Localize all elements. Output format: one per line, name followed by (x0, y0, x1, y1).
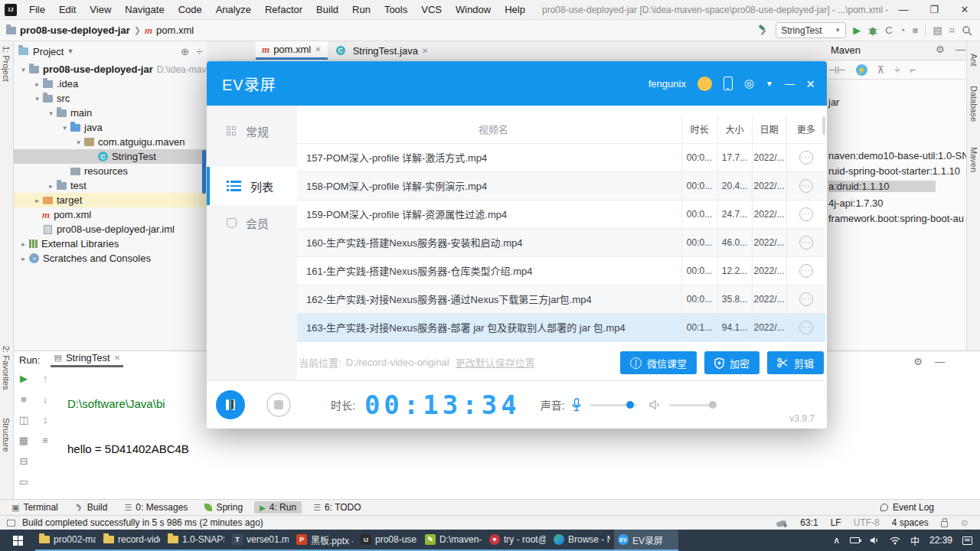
line-separator[interactable]: LF (831, 517, 841, 528)
ev-username[interactable]: fengunix (648, 78, 686, 90)
dump-threads-icon[interactable]: ◫ (17, 414, 31, 425)
ev-minimize-icon[interactable]: — (785, 78, 795, 90)
maven-hide-icon[interactable]: — (956, 44, 965, 55)
tool-tab-maven[interactable]: Maven (969, 147, 978, 172)
tool-tab-favorites[interactable]: 2: Favorites (2, 346, 11, 390)
menu-build[interactable]: Build (310, 2, 345, 17)
more-actions-icon[interactable]: ··· (799, 207, 813, 221)
speaker-volume-slider[interactable] (669, 404, 717, 406)
maven-dependency[interactable]: framework.boot:spring-boot-au (828, 213, 964, 224)
settings-icon[interactable]: ▦ (17, 435, 31, 446)
stop-process-icon[interactable]: ■ (17, 393, 31, 405)
taskbar-item-browser[interactable]: Browse - N... (550, 530, 614, 551)
attach-debugger-icon[interactable]: ▤ (933, 24, 942, 36)
tree-item-package[interactable]: ▾com.atguigu.maven (14, 135, 207, 149)
soft-wrap-icon[interactable]: ↕ (38, 414, 52, 425)
wechat-class-button[interactable]: ʃ微信课堂 (620, 351, 697, 374)
readonly-lock-icon[interactable] (941, 521, 948, 527)
menu-navigate[interactable]: Navigate (119, 2, 170, 17)
stop-button[interactable] (266, 393, 291, 417)
maven-execute-icon[interactable]: ⚡ (856, 64, 867, 76)
avatar[interactable] (697, 77, 712, 91)
minimize-button[interactable]: — (888, 0, 919, 19)
menu-tools[interactable]: Tools (378, 2, 413, 17)
breadcrumb-file[interactable]: pom.xml (156, 24, 194, 36)
tree-item-root[interactable]: ▾pro08-use-deployed-jarD:\idea-mave (14, 62, 207, 77)
toolwindow-messages[interactable]: ☰0: Messages (119, 501, 193, 514)
more-actions-icon[interactable]: ··· (799, 236, 813, 249)
maven-dependency[interactable]: 4j-api:1.7.30 (828, 197, 884, 209)
tab-pom-xml[interactable]: mpom.xml✕ (256, 41, 328, 60)
build-hammer-icon[interactable] (757, 24, 769, 36)
tree-item-target[interactable]: ▸target (14, 193, 207, 207)
taskbar-item-powerpoint[interactable]: P黑板.pptx - ... (292, 530, 357, 551)
file-encoding[interactable]: UTF-8 (854, 517, 880, 528)
tree-item-src[interactable]: ▾src (14, 91, 207, 106)
profiler-icon[interactable]: ◔ (900, 24, 906, 36)
run-tab-close-icon[interactable]: ✕ (114, 354, 120, 362)
project-view-dropdown-icon[interactable]: ▼ (67, 47, 172, 55)
sidebar-item-member[interactable]: 会员 (207, 204, 297, 242)
tree-item-main[interactable]: ▾main (14, 106, 207, 120)
stop-icon[interactable]: ■ (913, 24, 919, 36)
menu-vcs[interactable]: VCS (415, 2, 448, 17)
tray-expand-icon[interactable]: ∧ (833, 535, 840, 546)
network-icon[interactable] (890, 536, 900, 545)
project-panel-title[interactable]: Project (33, 46, 64, 57)
tool-tab-database[interactable]: Database (969, 86, 978, 122)
tree-item-resources[interactable]: resources (14, 164, 207, 178)
maximize-button[interactable]: ❐ (919, 0, 949, 19)
tree-item-external-libraries[interactable]: ▸External Libraries (14, 236, 207, 251)
scroll-to-end-icon[interactable]: ≡ (38, 435, 52, 446)
pause-button[interactable]: I (216, 390, 245, 419)
run-config-select[interactable]: StringTest▼ (776, 22, 846, 38)
locate-file-icon[interactable]: ⊕ (181, 46, 189, 57)
start-button[interactable] (0, 530, 35, 551)
battery-icon[interactable] (850, 537, 860, 543)
col-more[interactable]: 更多 (786, 115, 825, 143)
tree-item-idea[interactable]: ▸.idea (14, 77, 207, 91)
maven-dependency[interactable]: ruid-spring-boot-starter:1.1.10 (828, 165, 960, 177)
menu-file[interactable]: File (23, 2, 51, 17)
tree-item-scratches[interactable]: ▸⌁Scratches and Consoles (14, 251, 207, 266)
sync-cloud-icon[interactable] (776, 519, 788, 527)
toolwindow-toggle-icon[interactable] (7, 520, 15, 527)
taskbar-item-editor[interactable]: ✎D:\maven-r... (421, 530, 485, 551)
selection-mode-icon[interactable]: ⌗ (949, 24, 955, 37)
video-row[interactable]: 159-POM深入-profile 详解-资源属性过滤.mp400:0...24… (297, 200, 825, 228)
taskbar-item-folder[interactable]: pro002-ma... (35, 530, 100, 551)
maven-settings-gear-icon[interactable]: ⚙ (936, 44, 945, 55)
col-duration[interactable]: 时长 (681, 115, 717, 143)
menu-edit[interactable]: Edit (53, 2, 82, 17)
sidebar-item-general[interactable]: 常规 (207, 112, 297, 150)
menu-help[interactable]: Help (498, 2, 531, 17)
project-scrollbar[interactable] (202, 150, 206, 194)
clock[interactable]: 22:39 (929, 535, 952, 546)
toolwindow-terminal[interactable]: ▣Terminal (6, 501, 64, 514)
sidebar-item-list[interactable]: 列表 (207, 167, 297, 205)
ev-close-icon[interactable]: × (806, 77, 815, 91)
search-everywhere-icon[interactable] (962, 25, 972, 36)
tree-item-iml[interactable]: pro08-use-deployed-jar.iml (14, 222, 207, 236)
col-size[interactable]: 大小 (717, 115, 752, 143)
video-row-selected[interactable]: 163-生产实践-对接Nexus服务器-部署 jar 包及获取别人部署的 jar… (297, 313, 825, 341)
edit-clip-button[interactable]: 剪辑 (767, 351, 824, 374)
col-video-name[interactable]: 视频名 (297, 115, 681, 143)
more-actions-icon[interactable]: ··· (799, 292, 813, 306)
col-date[interactable]: 日期 (752, 115, 786, 143)
run-settings-gear-icon[interactable]: ⚙ (913, 356, 923, 367)
caret-position[interactable]: 63:1 (800, 517, 818, 528)
tab-close-icon[interactable]: ✕ (422, 47, 428, 55)
maven-skip-tests-icon[interactable]: ⊣⊢ (828, 64, 846, 76)
tool-tab-structure[interactable]: Structure (2, 418, 11, 452)
scroll-up-icon[interactable]: ↑ (38, 373, 52, 384)
taskbar-item-folder[interactable]: 1.0-SNAPS... (164, 530, 228, 551)
menu-analyze[interactable]: Analyze (210, 2, 257, 17)
coverage-icon[interactable]: C (885, 24, 892, 36)
tree-item-java[interactable]: ▾java (14, 120, 207, 135)
video-row[interactable]: 157-POM深入-profile 详解-激活方式.mp400:0...17.7… (297, 143, 825, 171)
menu-window[interactable]: Window (449, 2, 497, 17)
taskbar-item-typora[interactable]: Tverse01.md... (228, 530, 292, 551)
taskbar-item-ev[interactable]: EVEV录屏 (614, 530, 678, 551)
indent-setting[interactable]: 4 spaces (892, 517, 929, 528)
